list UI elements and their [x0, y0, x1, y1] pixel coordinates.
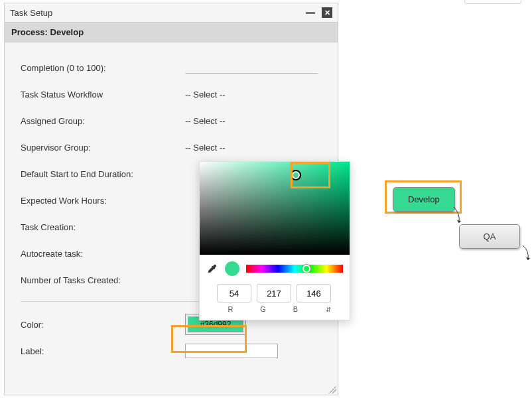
label-assigned: Assigned Group: — [21, 116, 185, 126]
dialog-title: Task Setup — [10, 8, 52, 18]
arrow-develop-to-qa-icon — [452, 207, 462, 227]
b-input[interactable] — [297, 284, 331, 303]
close-icon[interactable]: ✕ — [322, 7, 332, 18]
completion-input[interactable] — [185, 62, 318, 74]
assigned-select[interactable]: -- Select -- — [185, 116, 322, 126]
label-input[interactable] — [185, 344, 278, 358]
minimize-icon[interactable] — [306, 12, 315, 14]
label-expected: Expected Work Hours: — [21, 196, 185, 206]
current-color-swatch — [225, 261, 239, 276]
b-label: B — [282, 305, 309, 313]
label-numtasks: Number of Tasks Created: — [21, 275, 185, 285]
dialog-titlebar: Task Setup ✕ — [5, 3, 338, 22]
hue-slider[interactable] — [246, 265, 343, 273]
flow-node-qa[interactable]: QA — [459, 224, 520, 249]
eyedropper-icon[interactable] — [206, 263, 218, 275]
color-picker-popover: R G B ⇵ — [199, 161, 350, 320]
workflow-select[interactable]: -- Select -- — [185, 90, 322, 100]
resize-grip-icon[interactable] — [328, 385, 336, 393]
offscreen-node-fragment — [464, 0, 521, 4]
flow-node-develop[interactable]: Develop — [393, 187, 455, 212]
label-label: Label: — [21, 346, 185, 356]
g-label: G — [249, 305, 277, 313]
label-autocreate: Autocreate task: — [21, 249, 185, 259]
hue-cursor-icon[interactable] — [302, 265, 310, 273]
sv-gradient-area[interactable] — [200, 162, 350, 255]
r-input[interactable] — [217, 284, 251, 303]
r-label: R — [217, 305, 244, 313]
label-color: Color: — [21, 320, 185, 330]
label-duration: Default Start to End Duration: — [21, 169, 185, 179]
label-supervisor: Supervisor Group: — [21, 143, 185, 153]
label-workflow: Task Status Workflow — [21, 90, 185, 100]
g-input[interactable] — [257, 284, 291, 303]
supervisor-select[interactable]: -- Select -- — [185, 143, 322, 153]
label-creation: Task Creation: — [21, 222, 185, 232]
color-mode-toggle-icon[interactable]: ⇵ — [314, 306, 342, 313]
dialog-subtitle: Process: Develop — [5, 22, 338, 42]
label-completion: Completion (0 to 100): — [21, 63, 185, 73]
sv-cursor-icon[interactable] — [292, 171, 300, 179]
arrow-qa-out-icon — [521, 245, 531, 264]
